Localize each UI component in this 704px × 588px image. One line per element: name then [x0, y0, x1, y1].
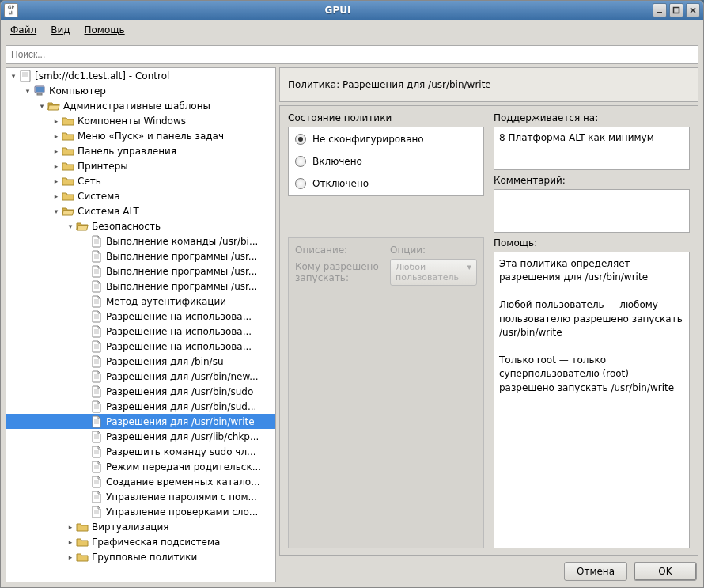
expand-icon[interactable]: ▸ [51, 147, 62, 155]
tree-graphics[interactable]: ▸Графическая подсистема [6, 534, 275, 549]
svg-rect-9 [36, 87, 44, 92]
tree-security[interactable]: ▾Безопасность [6, 218, 275, 233]
doc-icon [90, 385, 103, 398]
radio-icon [295, 178, 306, 189]
expand-icon[interactable]: ▸ [51, 162, 62, 170]
tree-network[interactable]: ▸Сеть [6, 173, 275, 188]
folderC-icon [62, 145, 74, 157]
options-who-label: Кому разрешено запускать: [295, 261, 382, 283]
tree-start-menu[interactable]: ▸Меню «Пуск» и панель задач [6, 128, 275, 143]
comment-input[interactable] [494, 189, 690, 233]
expand-icon[interactable]: ▸ [51, 192, 62, 200]
collapse-icon[interactable]: ▾ [51, 207, 62, 215]
tree-policy-item[interactable]: Разрешения для /bin/su [6, 354, 275, 369]
tree-label: Компоненты Windows [78, 116, 186, 127]
tree-win-components[interactable]: ▸Компоненты Windows [6, 113, 275, 128]
tree-policy-item[interactable]: Разрешить команду sudo чл... [6, 444, 275, 459]
tree-policy-item[interactable]: Управление паролями с пом... [6, 489, 275, 504]
options-description-label: Описание: [295, 245, 382, 256]
tree-policy-item[interactable]: Выполнение программы /usr... [6, 279, 275, 294]
tree-admin-templates[interactable]: ▾Административные шаблоны [6, 98, 275, 113]
radio-disabled[interactable]: Отключено [295, 178, 477, 189]
tree-policy-item[interactable]: Разрешения для /usr/bin/write [6, 414, 275, 429]
tree-policy-item[interactable]: Управление проверками сло... [6, 504, 275, 519]
doc-icon [90, 431, 103, 443]
tree-control-panel[interactable]: ▸Панель управления [6, 143, 275, 158]
tree-computer[interactable]: ▾Компьютер [6, 83, 275, 98]
policy-tree[interactable]: ▾[smb://dc1.test.alt] - Control▾Компьюте… [6, 67, 276, 582]
svg-rect-10 [37, 93, 42, 95]
tree-policy-item[interactable]: Разрешение на использова... [6, 309, 275, 324]
tree-alt-system[interactable]: ▾Система ALT [6, 203, 275, 218]
computer-icon [33, 85, 46, 97]
doc-icon [90, 280, 103, 293]
doc-icon [90, 446, 103, 458]
tree-policy-item[interactable]: Разрешения для /usr/bin/sudo [6, 384, 275, 399]
tree-root-node[interactable]: ▾[smb://dc1.test.alt] - Control [6, 68, 275, 83]
titlebar[interactable]: GP UI GPUI [1, 1, 703, 20]
tree-policy-item[interactable]: Выполнение команды /usr/bi... [6, 233, 275, 248]
menu-file[interactable]: Файл [4, 22, 43, 38]
options-options-label: Опции: [390, 245, 477, 256]
close-button[interactable] [686, 3, 700, 17]
tree-policy-item[interactable]: Разрешение на использова... [6, 339, 275, 354]
tree-label: Компьютер [49, 85, 106, 97]
tree-label: Создание временных катало... [106, 476, 260, 487]
tree-label: Виртуализация [92, 522, 168, 533]
tree-policy-item[interactable]: Метод аутентификации [6, 294, 275, 309]
tree-label: Метод аутентификации [106, 296, 226, 307]
tree-label: Разрешения для /usr/lib/chkp... [106, 431, 259, 442]
expand-icon[interactable]: ▸ [65, 523, 76, 531]
collapse-icon[interactable]: ▾ [8, 72, 19, 80]
svg-rect-1 [674, 8, 679, 13]
tree-policy-item[interactable]: Разрешения для /usr/bin/new... [6, 369, 275, 384]
tree-printers[interactable]: ▸Принтеры [6, 158, 275, 173]
doc-icon [90, 340, 103, 353]
tree-policy-item[interactable]: Режим передачи родительск... [6, 459, 275, 474]
expand-icon[interactable]: ▸ [65, 553, 76, 561]
tree-system[interactable]: ▸Система [6, 188, 275, 203]
comment-label: Комментарий: [494, 175, 690, 186]
doc-icon [90, 265, 103, 278]
tree-policy-item[interactable]: Разрешения для /usr/lib/chkp... [6, 429, 275, 444]
radio-not-configured[interactable]: Не сконфигурировано [295, 134, 477, 145]
ok-button[interactable]: OK [634, 562, 697, 581]
tree-policy-item[interactable]: Разрешение на использова... [6, 324, 275, 339]
expand-icon[interactable]: ▸ [51, 117, 62, 125]
menu-view[interactable]: Вид [44, 22, 76, 38]
folderC-icon [76, 536, 89, 548]
tree-label: Система [78, 191, 120, 202]
tree-label: Выполнение программы /usr... [106, 251, 257, 262]
tree-virtualization[interactable]: ▸Виртуализация [6, 519, 275, 534]
policy-details: Состояние политики Не сконфигурировано В… [279, 105, 698, 556]
root-icon [19, 70, 32, 82]
minimize-button[interactable] [653, 3, 667, 17]
expand-icon[interactable]: ▸ [51, 177, 62, 185]
collapse-icon[interactable]: ▾ [22, 87, 33, 95]
expand-icon[interactable]: ▸ [65, 538, 76, 546]
tree-policy-item[interactable]: Создание временных катало... [6, 474, 275, 489]
tree-label: Меню «Пуск» и панель задач [78, 131, 224, 142]
tree-policy-item[interactable]: Выполнение программы /usr... [6, 248, 275, 264]
tree-label: Групповые политики [92, 552, 197, 563]
search-input[interactable] [6, 45, 698, 64]
folderC-icon [76, 551, 89, 563]
supported-text: 8 Платформа ALT как минимум [494, 127, 690, 170]
state-label: Состояние политики [288, 112, 484, 123]
menu-help[interactable]: Помощь [78, 22, 131, 38]
tree-group-policies[interactable]: ▸Групповые политики [6, 549, 275, 564]
maximize-button[interactable] [669, 3, 683, 17]
collapse-icon[interactable]: ▾ [36, 102, 47, 110]
folderO-icon [76, 220, 89, 233]
tree-label: Административные шаблоны [63, 101, 210, 112]
app-icon: GP UI [4, 3, 18, 17]
tree-policy-item[interactable]: Разрешения для /usr/bin/sud... [6, 399, 275, 414]
radio-enabled[interactable]: Включено [295, 156, 477, 167]
doc-icon [90, 355, 103, 368]
policy-title-bar: Политика: Разрешения для /usr/bin/write [279, 67, 698, 102]
expand-icon[interactable]: ▸ [51, 132, 62, 140]
cancel-button[interactable]: Отмена [564, 562, 627, 581]
collapse-icon[interactable]: ▾ [65, 222, 76, 230]
tree-policy-item[interactable]: Выполнение программы /usr... [6, 264, 275, 279]
tree-label: Разрешения для /usr/bin/sudo [106, 386, 253, 397]
